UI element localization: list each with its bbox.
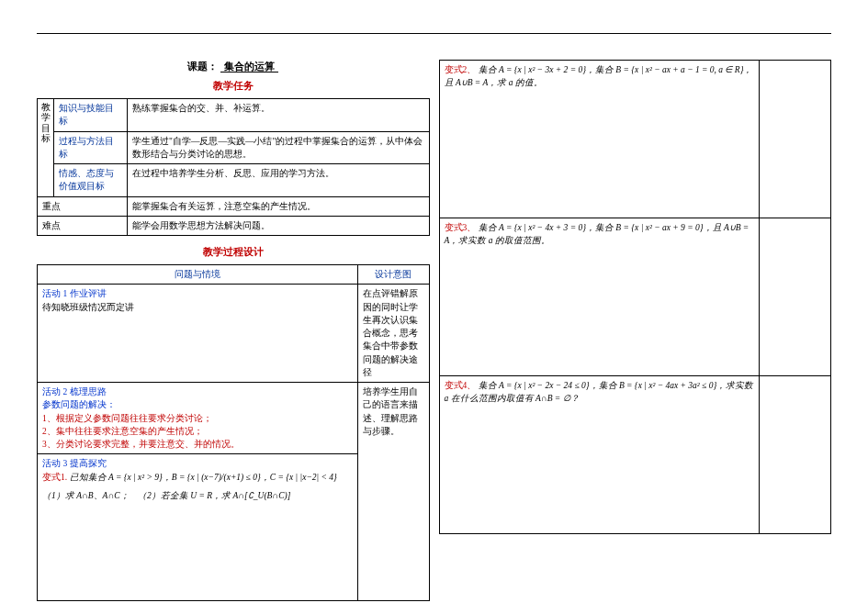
goal-vertical-text: 教学目标 [41, 103, 51, 143]
activity2-title: 活动 2 梳理思路 [42, 385, 353, 398]
activity2-intent: 培养学生用自己的语言来描述、理解思路与步骤。 [357, 383, 429, 601]
right-column: 变式2、 集合 A = {x | x² − 3x + 2 = 0}，集合 B =… [439, 60, 832, 601]
title-main: 集合的运算 [220, 61, 278, 73]
v3-label: 变式3、 [445, 223, 477, 232]
left-column: 课题： 集合的运算 教学任务 教学目标 知识与技能目标 熟练掌握集合的交、并、补… [37, 60, 430, 601]
variation1-line: 变式1. 已知集合 A = {x | x² > 9}，B = {x | (x−7… [42, 471, 353, 484]
activity2-l3: 3、分类讨论要求完整，并要注意交、并的情况。 [42, 438, 353, 451]
activity2-sub: 参数问题的解决： [42, 398, 353, 411]
title-prefix: 课题： [187, 61, 218, 72]
key-text: 能掌握集合有关运算，注意空集的产生情况。 [128, 196, 430, 216]
activity1-text: 待知晓班级情况而定讲 [42, 301, 353, 314]
right-table: 变式2、 集合 A = {x | x² − 3x + 2 = 0}，集合 B =… [439, 60, 832, 534]
diff-label: 难点 [38, 216, 128, 235]
key-label: 重点 [38, 196, 128, 216]
top-rule [37, 33, 831, 34]
row1-text: 熟练掌握集合的交、并、补运算。 [128, 99, 430, 132]
v1-q1: （1）求 A∩B、A∩C； [42, 491, 130, 500]
diff-text: 能学会用数学思想方法解决问题。 [128, 216, 430, 235]
v4-cell: 变式4、 集合 A = {x | x² − 2x − 24 ≤ 0}，集合 B … [439, 376, 760, 534]
activity3-title: 活动 3 提高探究 [42, 457, 353, 470]
activity2-l2: 2、集中往往要求注意空集的产生情况； [42, 425, 353, 438]
activity2-cell: 活动 2 梳理思路 参数问题的解决： 1、根据定义参数问题往往要求分类讨论； 2… [38, 383, 358, 454]
task-table: 教学目标 知识与技能目标 熟练掌握集合的交、并、补运算。 过程与方法目标 学生通… [37, 98, 430, 236]
v4-label: 变式4、 [445, 381, 477, 390]
goal-vertical-label: 教学目标 [38, 99, 54, 197]
row1-label: 知识与技能目标 [54, 99, 128, 132]
proc-col2-head: 设计意图 [357, 265, 429, 285]
lesson-title: 课题： 集合的运算 [37, 60, 430, 73]
activity2-l1: 1、根据定义参数问题往往要求分类讨论； [42, 412, 353, 425]
v3-intent-blank [760, 218, 831, 376]
v1-q2: （2）若全集 U = R，求 A∩[∁_U(B∩C)] [138, 491, 290, 500]
process-heading: 教学过程设计 [37, 245, 430, 259]
activity3-cell: 活动 3 提高探究 变式1. 已知集合 A = {x | x² > 9}，B =… [38, 454, 358, 601]
v2-label: 变式2、 [445, 65, 477, 74]
two-column-layout: 课题： 集合的运算 教学任务 教学目标 知识与技能目标 熟练掌握集合的交、并、补… [37, 60, 831, 601]
v1-questions: （1）求 A∩B、A∩C； （2）若全集 U = R，求 A∩[∁_U(B∩C)… [42, 489, 353, 502]
activity1-cell: 活动 1 作业评讲 待知晓班级情况而定讲 [38, 285, 358, 383]
v2-text: 集合 A = {x | x² − 3x + 2 = 0}，集合 B = {x |… [445, 65, 753, 87]
v3-text: 集合 A = {x | x² − 4x + 3 = 0}，集合 B = {x |… [445, 223, 750, 245]
v4-text: 集合 A = {x | x² − 2x − 24 ≤ 0}，集合 B = {x … [445, 381, 754, 403]
v4-intent-blank [760, 376, 831, 534]
activity1-intent: 在点评错解原因的同时让学生再次认识集合概念，思考集合中带参数问题的解决途径 [357, 285, 429, 383]
row2-label: 过程与方法目标 [54, 131, 128, 164]
row3-text: 在过程中培养学生分析、反思、应用的学习方法。 [128, 164, 430, 197]
v2-cell: 变式2、 集合 A = {x | x² − 3x + 2 = 0}，集合 B =… [439, 61, 760, 218]
activity1-title: 活动 1 作业评讲 [42, 287, 353, 300]
row2-text: 学生通过"自学—反思—实践—小结"的过程中掌握集合的运算，从中体会数形结合与分类… [128, 131, 430, 164]
row3-label: 情感、态度与价值观目标 [54, 164, 128, 197]
process-table: 问题与情境 设计意图 活动 1 作业评讲 待知晓班级情况而定讲 在点评错解原因的… [37, 264, 430, 601]
proc-col1-head: 问题与情境 [38, 265, 358, 285]
v1-label: 变式1. [42, 473, 67, 482]
v1-text: 已知集合 A = {x | x² > 9}，B = {x | (x−7)/(x+… [70, 473, 337, 482]
v3-cell: 变式3、 集合 A = {x | x² − 4x + 3 = 0}，集合 B =… [439, 218, 760, 376]
v2-intent-blank [760, 61, 831, 218]
task-heading: 教学任务 [37, 79, 430, 93]
